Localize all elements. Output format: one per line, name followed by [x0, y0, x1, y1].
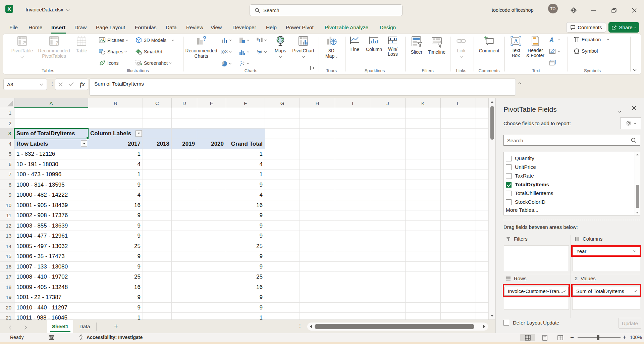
- cell-K1[interactable]: [406, 108, 441, 118]
- cell-I11[interactable]: [335, 210, 370, 221]
- ribbon-tab-help[interactable]: Help: [266, 22, 277, 33]
- avatar[interactable]: TO: [548, 4, 558, 13]
- defer-layout-checkbox[interactable]: [503, 320, 509, 326]
- cell-D13[interactable]: [172, 231, 197, 241]
- cell-F8[interactable]: 9: [226, 180, 265, 190]
- cell-D5[interactable]: [172, 149, 197, 159]
- cell-I16[interactable]: [335, 262, 370, 272]
- row-header-5[interactable]: 5: [0, 149, 14, 159]
- cell-F12[interactable]: 9: [226, 221, 265, 231]
- slicer-button[interactable]: Slicer: [408, 35, 425, 55]
- cell-B11[interactable]: 9: [88, 210, 143, 221]
- cell-J9[interactable]: [370, 190, 406, 200]
- cell-K21[interactable]: [406, 313, 441, 320]
- pane-menu-chevron-icon[interactable]: [619, 107, 621, 114]
- cell-G17[interactable]: [265, 272, 300, 282]
- cell-I5[interactable]: [335, 149, 370, 159]
- column-header-C[interactable]: C: [143, 98, 172, 108]
- text-box-button[interactable]: A TextBox: [507, 35, 524, 58]
- cell-F2[interactable]: [226, 118, 265, 129]
- cell-E5[interactable]: [197, 149, 226, 159]
- cell-C13[interactable]: [143, 231, 172, 241]
- cell-L20[interactable]: [441, 303, 476, 313]
- cell-A6[interactable]: 10 - 191 - 18030: [14, 159, 88, 170]
- smartart-button[interactable]: SmartArt: [135, 48, 162, 55]
- cell-m13[interactable]: [476, 231, 489, 241]
- cell-G2[interactable]: [265, 118, 300, 129]
- cell-H4[interactable]: [300, 139, 335, 149]
- cell-K10[interactable]: [406, 200, 441, 211]
- new-comment-button[interactable]: Comment: [476, 35, 502, 53]
- cell-D12[interactable]: [172, 221, 197, 231]
- formula-input[interactable]: Sum of TotalDryItems: [89, 79, 516, 96]
- maps-button[interactable]: Maps: [271, 35, 289, 57]
- field-item-totalchilleritems[interactable]: TotalChillerItems: [506, 189, 553, 198]
- column-header-F[interactable]: F: [226, 98, 265, 108]
- cell-G4[interactable]: [265, 139, 300, 149]
- cell-m19[interactable]: [476, 292, 489, 303]
- 3d-models-button[interactable]: 3D Models: [135, 37, 174, 44]
- cell-B15[interactable]: 9: [88, 251, 143, 262]
- cell-F5[interactable]: 1: [226, 149, 265, 159]
- more-tables-link[interactable]: More Tables...: [506, 206, 538, 214]
- cell-m10[interactable]: [476, 200, 489, 211]
- row-header-14[interactable]: 14: [0, 241, 14, 252]
- cell-D10[interactable]: [172, 200, 197, 211]
- cell-L9[interactable]: [441, 190, 476, 200]
- cell-K11[interactable]: [406, 210, 441, 221]
- cell-D9[interactable]: [172, 190, 197, 200]
- cell-J11[interactable]: [370, 210, 406, 221]
- cell-B9[interactable]: 4: [88, 190, 143, 200]
- cell-E14[interactable]: [197, 241, 226, 252]
- cell-G19[interactable]: [265, 292, 300, 303]
- cell-A14[interactable]: 10005 - 497 - 13032: [14, 241, 88, 252]
- ribbon-tab-data[interactable]: Data: [166, 22, 177, 33]
- ribbon-tab-pivottable-analyze[interactable]: PivotTable Analyze: [325, 22, 368, 33]
- column-chart-button[interactable]: [221, 37, 231, 44]
- sparkline-column-button[interactable]: Column: [365, 35, 383, 52]
- cell-H17[interactable]: [300, 272, 335, 282]
- row-header-19[interactable]: 19: [0, 292, 14, 303]
- recommended-pivottables-button[interactable]: ? Recommended PivotTables: [35, 35, 73, 59]
- cell-m17[interactable]: [476, 272, 489, 282]
- cell-J4[interactable]: [370, 139, 406, 149]
- cell-K20[interactable]: [406, 303, 441, 313]
- cell-C20[interactable]: [143, 303, 172, 313]
- cell-H8[interactable]: [300, 180, 335, 190]
- cell-m20[interactable]: [476, 303, 489, 313]
- cell-m14[interactable]: [476, 241, 489, 252]
- row-header-3[interactable]: 3: [0, 129, 14, 139]
- cell-J19[interactable]: [370, 292, 406, 303]
- grid-vscroll-thumb[interactable]: [490, 106, 494, 140]
- share-button[interactable]: Share: [608, 22, 639, 33]
- cell-E16[interactable]: [197, 262, 226, 272]
- cell-G15[interactable]: [265, 251, 300, 262]
- cell-L3[interactable]: [441, 129, 476, 139]
- cell-K4[interactable]: [406, 139, 441, 149]
- cell-C10[interactable]: [143, 200, 172, 211]
- cell-B14[interactable]: 25: [88, 241, 143, 252]
- cell-J3[interactable]: [370, 129, 406, 139]
- macro-record-icon[interactable]: [49, 335, 54, 340]
- grid-horizontal-scrollbar[interactable]: [307, 323, 488, 331]
- cell-J12[interactable]: [370, 221, 406, 231]
- row-header-11[interactable]: 11: [0, 210, 14, 221]
- sheet-tab-data[interactable]: Data: [75, 320, 94, 333]
- cell-F17[interactable]: 25: [226, 272, 265, 282]
- cell-H21[interactable]: [300, 313, 335, 320]
- cell-E6[interactable]: [197, 159, 226, 170]
- fields-search-input[interactable]: Search: [503, 135, 640, 146]
- cell-A17[interactable]: 10008 - 410 - 19702: [14, 272, 88, 282]
- cell-m21[interactable]: [476, 313, 489, 320]
- cell-L6[interactable]: [441, 159, 476, 170]
- cell-H14[interactable]: [300, 241, 335, 252]
- field-checkbox[interactable]: [506, 164, 512, 170]
- cell-A1[interactable]: [14, 108, 88, 118]
- cell-m7[interactable]: [476, 169, 489, 180]
- cell-m11[interactable]: [476, 210, 489, 221]
- cell-C17[interactable]: [143, 272, 172, 282]
- cell-K13[interactable]: [406, 231, 441, 241]
- cell-I3[interactable]: [335, 129, 370, 139]
- fx-icon[interactable]: fx: [80, 81, 85, 88]
- cell-E21[interactable]: [197, 313, 226, 320]
